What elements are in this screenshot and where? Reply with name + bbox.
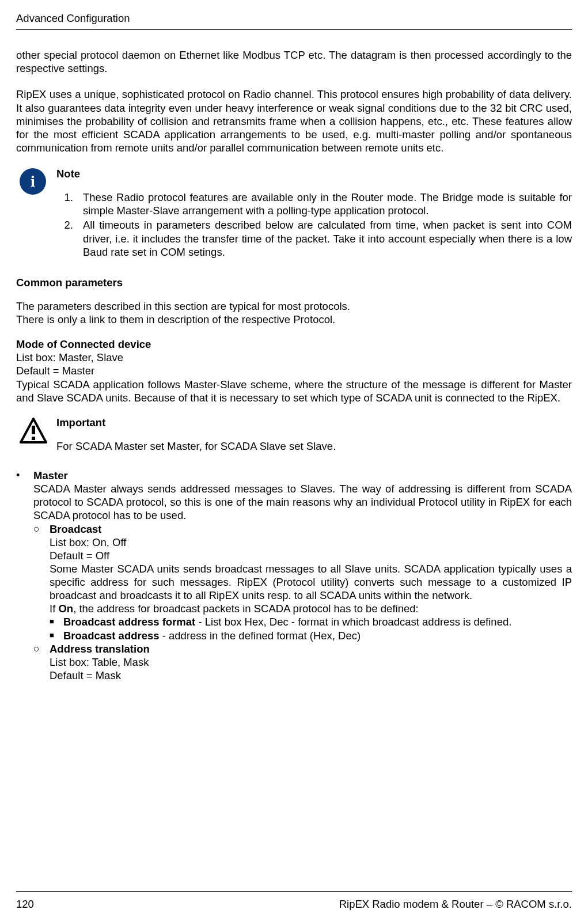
broadcast-description: Some Master SCADA units sends broadcast … xyxy=(50,562,572,602)
page-footer: 120 RipEX Radio modem & Router – © RACOM… xyxy=(16,891,572,911)
important-text: For SCADA Master set Master, for SCADA S… xyxy=(56,439,572,453)
common-p2: There is only a link to them in descript… xyxy=(16,313,572,326)
address-translation-title: Address translation xyxy=(50,643,150,655)
intro-paragraph-1: other special protocol daemon on Etherne… xyxy=(16,48,572,75)
mode-default: Default = Master xyxy=(16,364,572,377)
svg-rect-1 xyxy=(32,426,35,434)
header-title: Advanced Configuration xyxy=(16,12,130,24)
page-header: Advanced Configuration xyxy=(16,0,572,30)
bullet-dot-icon: • xyxy=(16,469,33,482)
master-bullet: • Master SCADA Master always sends addre… xyxy=(16,469,572,682)
common-parameters-text: The parameters described in this section… xyxy=(16,300,572,326)
page-content: other special protocol daemon on Etherne… xyxy=(16,30,572,682)
broadcast-address-format-bullet: ■ Broadcast address format - List box He… xyxy=(50,615,572,628)
broadcast-default: Default = Off xyxy=(50,549,572,562)
mode-block: Mode of Connected device List box: Maste… xyxy=(16,338,572,404)
common-parameters-heading: Common parameters xyxy=(16,276,572,289)
mode-description: Typical SCADA application follows Master… xyxy=(16,378,572,404)
note-item-1: These Radio protocol features are availa… xyxy=(76,191,572,217)
broadcast-on-line: If On, the address for broadcast packets… xyxy=(50,602,572,615)
important-title: Important xyxy=(56,416,572,429)
mode-listbox: List box: Master, Slave xyxy=(16,351,572,364)
warning-icon xyxy=(16,416,56,445)
broadcast-address-format-title: Broadcast address format xyxy=(63,616,195,628)
broadcast-bullet: ○ Broadcast List box: On, Off Default = … xyxy=(33,522,572,642)
svg-rect-2 xyxy=(32,437,35,440)
broadcast-title: Broadcast xyxy=(50,523,101,535)
circle-bullet-icon: ○ xyxy=(33,642,50,655)
intro-paragraph-2: RipEX uses a unique, sophisticated proto… xyxy=(16,88,572,154)
address-translation-listbox: List box: Table, Mask xyxy=(50,655,572,669)
circle-bullet-icon: ○ xyxy=(33,522,50,536)
page-number: 120 xyxy=(16,897,34,911)
note-item-2: All timeouts in parameters described bel… xyxy=(76,218,572,258)
broadcast-listbox: List box: On, Off xyxy=(50,536,572,549)
footer-text: RipEX Radio modem & Router – © RACOM s.r… xyxy=(339,897,572,911)
square-bullet-icon: ■ xyxy=(50,615,63,628)
broadcast-address-format-text: - List box Hex, Dec - format in which br… xyxy=(195,616,511,628)
square-bullet-icon: ■ xyxy=(50,629,63,642)
important-block: Important For SCADA Master set Master, f… xyxy=(16,416,572,453)
address-translation-default: Default = Mask xyxy=(50,669,572,682)
common-p1: The parameters described in this section… xyxy=(16,300,572,313)
mode-heading: Mode of Connected device xyxy=(16,338,572,351)
note-block: i Note These Radio protocol features are… xyxy=(16,167,572,260)
address-translation-bullet: ○ Address translation List box: Table, M… xyxy=(33,642,572,682)
broadcast-address-bullet: ■ Broadcast address - address in the def… xyxy=(50,629,572,642)
note-title: Note xyxy=(56,167,572,180)
info-icon: i xyxy=(16,167,56,195)
master-title: Master xyxy=(33,469,68,482)
master-text: SCADA Master always sends addressed mess… xyxy=(33,482,572,522)
broadcast-address-title: Broadcast address xyxy=(63,630,160,642)
broadcast-address-text: - address in the defined format (Hex, De… xyxy=(160,630,361,642)
